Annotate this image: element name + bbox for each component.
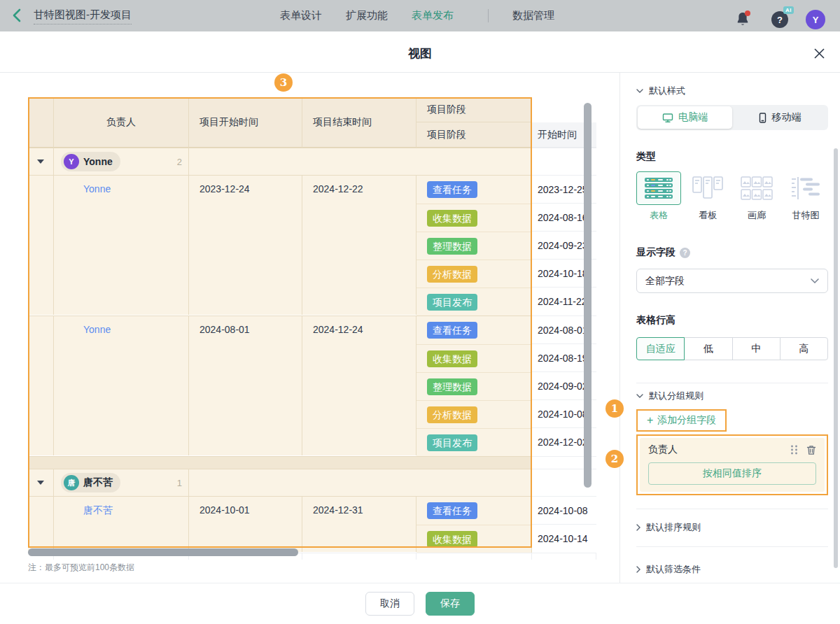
table-record-row: Yonne2023-12-242024-12-22查看任务收集数据整理数据分析数… — [28, 175, 596, 315]
tab-form-design[interactable]: 表单设计 — [280, 9, 322, 22]
gantt-view-icon — [783, 171, 828, 205]
record-stage-column: 查看任务收集数据 — [416, 496, 532, 553]
group-name: Yonne — [83, 156, 113, 167]
chevron-right-icon — [636, 566, 640, 573]
record-end-cell: 2024-12-31 — [302, 496, 416, 552]
header-owner[interactable]: 负责人 — [54, 97, 189, 148]
group-separator-cream — [28, 456, 532, 469]
group-expander-cell — [28, 469, 54, 496]
section-default-filter[interactable]: 默认筛选条件 — [636, 563, 828, 576]
stage-date-cell: 2024-10-14 — [532, 524, 596, 552]
add-group-field-button[interactable]: + 添加分组字段 — [647, 414, 716, 427]
group-expander-cell — [28, 148, 54, 175]
stage-tag[interactable]: 收集数据 — [427, 350, 477, 367]
section-default-style[interactable]: 默认样式 — [636, 85, 828, 97]
stage-row: 收集数据 — [416, 525, 531, 553]
stage-tag[interactable]: 项目发布 — [427, 434, 477, 451]
header-project-end[interactable]: 项目结束时间 — [302, 97, 416, 148]
collapse-triangle-icon[interactable] — [37, 481, 44, 485]
record-stage-column: 查看任务收集数据整理数据分析数据项目发布 — [416, 175, 532, 315]
sort-same-value-button[interactable]: 按相同值排序 — [648, 462, 816, 485]
filler-cell — [302, 553, 416, 560]
form-title[interactable]: 甘特图视图-开发项目 — [34, 8, 132, 24]
record-owner-cell: Yonne — [54, 315, 189, 455]
user-avatar[interactable]: Y — [806, 10, 825, 29]
cancel-button[interactable]: 取消 — [365, 592, 414, 616]
help-circle-icon[interactable]: ? — [680, 248, 690, 258]
record-expander-cell — [28, 496, 54, 552]
segment-desktop[interactable]: 电脑端 — [638, 106, 732, 129]
vertical-scrollbar-thumb[interactable] — [584, 103, 592, 488]
stage-tag[interactable]: 收集数据 — [427, 210, 477, 227]
table-record-row: 唐不苦2024-10-012024-12-31查看任务收集数据2024-10-0… — [28, 496, 596, 553]
record-expander-cell — [28, 315, 54, 455]
trash-icon[interactable] — [806, 445, 816, 455]
stage-tag[interactable]: 分析数据 — [427, 266, 477, 283]
monitor-icon — [662, 113, 673, 123]
stage-tag[interactable]: 整理数据 — [427, 378, 477, 395]
type-table-label: 表格 — [636, 209, 681, 222]
notification-dot — [745, 10, 750, 16]
stage-row: 项目发布 — [416, 428, 531, 456]
back-chevron-icon[interactable] — [10, 8, 25, 23]
stage-row: 整理数据 — [416, 232, 531, 260]
stage-tag[interactable]: 项目发布 — [427, 294, 477, 311]
record-expander-cell — [28, 175, 54, 315]
section-default-sorting[interactable]: 默认排序规则 — [636, 521, 828, 534]
tab-extensions[interactable]: 扩展功能 — [346, 9, 388, 22]
tab-form-publish[interactable]: 表单发布 — [412, 9, 454, 22]
stage-tag[interactable]: 查看任务 — [427, 181, 477, 198]
collapse-triangle-icon[interactable] — [37, 159, 44, 164]
annotation-box-group-field: 负责人 按相同值排序 — [636, 434, 828, 495]
header-stage-group[interactable]: 项目阶段 项目阶段 — [416, 97, 532, 148]
group-chip[interactable]: 唐唐不苦 — [61, 473, 120, 492]
view-type-options: 表格 看板 — [636, 171, 828, 222]
annotation-badge-3: 3 — [274, 73, 293, 92]
type-table[interactable]: 表格 — [636, 171, 681, 222]
stage-tag[interactable]: 收集数据 — [427, 531, 477, 548]
display-field-select[interactable]: 全部字段 — [636, 269, 828, 293]
type-gallery[interactable]: 画廊 — [734, 171, 779, 222]
type-gallery-label: 画廊 — [734, 209, 779, 222]
type-kanban-label: 看板 — [685, 209, 730, 222]
group-chip[interactable]: YYonne — [61, 152, 120, 171]
row-height-auto[interactable]: 自适应 — [636, 337, 685, 360]
group-name: 唐不苦 — [83, 476, 113, 489]
drag-handle-icon[interactable] — [790, 445, 798, 455]
stage-tag[interactable]: 查看任务 — [427, 502, 477, 519]
record-end-cell: 2024-12-24 — [302, 315, 416, 455]
divider — [636, 383, 828, 383]
stage-tag[interactable]: 整理数据 — [427, 238, 477, 255]
table-record-row: Yonne2024-08-012024-12-24查看任务收集数据整理数据分析数… — [28, 315, 596, 456]
help-icon[interactable]: ? AI — [771, 11, 788, 28]
row-height-low[interactable]: 低 — [684, 337, 732, 360]
group-separator-row — [28, 456, 596, 469]
record-owner-link[interactable]: Yonne — [83, 324, 111, 335]
type-gantt[interactable]: 甘特图 — [783, 171, 828, 222]
notification-bell-icon[interactable] — [734, 10, 751, 27]
group-row: 唐唐不苦1 — [28, 469, 596, 496]
stage-row: 收集数据 — [416, 204, 531, 232]
save-button[interactable]: 保存 — [426, 592, 475, 616]
ai-badge: AI — [783, 6, 794, 14]
close-icon[interactable] — [811, 45, 827, 62]
row-height-medium[interactable]: 中 — [732, 337, 780, 360]
tab-data-management[interactable]: 数据管理 — [512, 9, 554, 22]
type-kanban[interactable]: 看板 — [685, 171, 730, 222]
filler-cell — [416, 553, 532, 560]
sidebar-scrollbar-thumb[interactable] — [834, 148, 838, 568]
row-height-high[interactable]: 高 — [780, 337, 828, 360]
section-default-grouping[interactable]: 默认分组规则 — [636, 390, 828, 402]
row-height-options: 自适应 低 中 高 — [636, 337, 828, 360]
record-owner-link[interactable]: 唐不苦 — [83, 504, 113, 516]
row-height-label: 表格行高 — [636, 314, 828, 327]
group-row: YYonne2 — [28, 148, 596, 175]
record-owner-link[interactable]: Yonne — [83, 183, 111, 194]
stage-tag[interactable]: 查看任务 — [427, 322, 477, 339]
header-project-start[interactable]: 项目开始时间 — [189, 97, 302, 148]
segment-mobile[interactable]: 移动端 — [732, 106, 827, 129]
chevron-down-icon — [811, 278, 819, 283]
horizontal-scrollbar-thumb[interactable] — [28, 548, 298, 556]
stage-tag[interactable]: 分析数据 — [427, 406, 477, 423]
record-start-cell: 2024-10-01 — [189, 496, 302, 552]
